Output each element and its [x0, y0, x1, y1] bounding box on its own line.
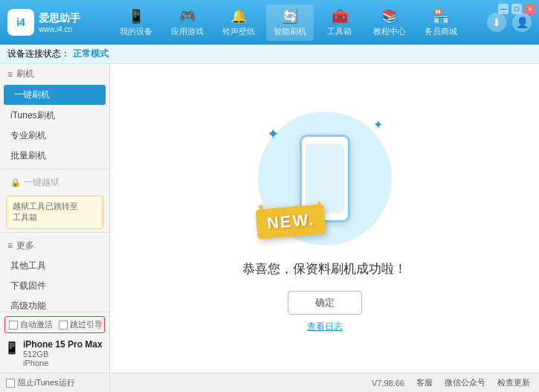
itunes-checkbox[interactable] [6, 379, 15, 388]
minimize-button[interactable]: — [498, 4, 509, 14]
main-area: ≡ 刷机 一键刷机 iTunes刷机 专业刷机 批量刷机 🔒 [0, 64, 539, 373]
sidebar-divider1 [0, 169, 109, 170]
sidebar-item-advanced[interactable]: 高级功能 [0, 296, 109, 312]
device-storage: 512GB [23, 350, 103, 359]
device-text: iPhone 15 Pro Max 512GB iPhone [23, 339, 103, 367]
tab-ringtone[interactable]: 🔔 铃声壁纸 [215, 4, 262, 41]
store-icon: 🏪 [433, 8, 449, 25]
sidebar-notice-text: 越狱工具已跳转至工具箱 [13, 202, 78, 222]
tutorial-icon: 📚 [381, 8, 398, 25]
skip-guide-checkbox[interactable] [59, 321, 68, 330]
header-actions: ⬇ 👤 [487, 13, 532, 32]
itunes-label: 阻止iTunes运行 [18, 377, 75, 388]
device-info-row: 📱 iPhone 15 Pro Max 512GB iPhone [4, 338, 105, 369]
view-log-link[interactable]: 查看日志 [307, 321, 343, 333]
sidebar-bottom: 自动激活 跳过引导 📱 iPhone 15 Pro Max 512GB iPho… [0, 312, 109, 373]
device-type: iPhone [23, 359, 103, 367]
sidebar-notice: 越狱工具已跳转至工具箱 [6, 196, 103, 229]
nav-tabs: 📱 我的设备 🎮 应用游戏 🔔 铃声壁纸 🔄 智能刷机 🧰 工具箱 📚 [97, 4, 480, 41]
sidebar-scroll: ≡ 刷机 一键刷机 iTunes刷机 专业刷机 批量刷机 🔒 [0, 64, 109, 312]
tab-store-label: 务员商城 [425, 26, 457, 37]
flash-section-icon: ≡ [7, 69, 13, 80]
device-name: iPhone 15 Pro Max [23, 339, 103, 350]
new-badge: ★ ★ NEW. [255, 204, 326, 240]
tab-apps-label: 应用游戏 [171, 26, 204, 37]
footer-right: V7.98.66 客服 微信公众号 检查更新 [110, 377, 539, 388]
sidebar-item-batch-flash[interactable]: 批量刷机 [0, 146, 109, 166]
maximize-button[interactable]: □ [511, 4, 522, 14]
sidebar-section1-label: 刷机 [16, 68, 34, 80]
tab-tutorial[interactable]: 📚 教程中心 [366, 4, 413, 41]
toolbox-icon: 🧰 [332, 8, 348, 25]
skip-guide-item[interactable]: 跳过引导 [59, 319, 103, 330]
tab-ringtone-label: 铃声壁纸 [222, 26, 255, 37]
advanced-label: 高级功能 [10, 300, 46, 312]
footer-bar: 阻止iTunes运行 V7.98.66 客服 微信公众号 检查更新 [0, 373, 539, 392]
skip-guide-label: 跳过引导 [70, 319, 103, 330]
tab-toolbox[interactable]: 🧰 工具箱 [317, 4, 362, 41]
footer-customer-service[interactable]: 客服 [416, 377, 433, 388]
download-firmware-label: 下载固件 [10, 280, 46, 292]
logo-char: i4 [16, 16, 25, 28]
tab-smart-flash[interactable]: 🔄 智能刷机 [266, 4, 314, 41]
ringtone-icon: 🔔 [230, 8, 247, 25]
jailbreak-label: 一键越狱 [24, 176, 59, 189]
more-section-icon: ≡ [7, 240, 13, 251]
sidebar-item-download-firmware[interactable]: 下载固件 [0, 276, 109, 296]
sidebar-section2-header: ≡ 更多 [0, 236, 109, 256]
checkbox-outlined-area: 自动激活 跳过引导 [4, 316, 105, 333]
close-button[interactable]: ✕ [525, 4, 535, 14]
auto-activate-label: 自动激活 [20, 319, 53, 330]
sidebar-divider2 [0, 232, 109, 233]
my-device-icon: 📱 [128, 8, 144, 25]
star-right: ★ [314, 199, 322, 208]
sidebar-section2-label: 更多 [16, 240, 34, 252]
footer-check-update[interactable]: 检查更新 [497, 377, 530, 388]
sidebar-item-pro-flash[interactable]: 专业刷机 [0, 126, 109, 146]
window-controls: — □ ✕ [498, 4, 535, 14]
tab-toolbox-label: 工具箱 [327, 26, 352, 37]
tab-my-device-label: 我的设备 [120, 26, 152, 37]
auto-activate-checkbox[interactable] [9, 321, 18, 330]
logo-main: 爱思助手 [39, 12, 80, 25]
star-left: ★ [256, 202, 265, 213]
sidebar-item-jailbreak: 🔒 一键越狱 [0, 173, 109, 193]
logo-text: 爱思助手 www.i4.cn [39, 12, 80, 33]
apps-icon: 🎮 [179, 8, 196, 25]
logo-sub: www.i4.cn [39, 25, 80, 33]
pro-flash-label: 专业刷机 [10, 129, 46, 142]
confirm-button[interactable]: 确定 [288, 291, 362, 315]
footer-wechat[interactable]: 微信公众号 [445, 377, 485, 388]
sparkle-left: ✦ [267, 125, 280, 143]
sidebar-item-one-click-flash[interactable]: 一键刷机 [4, 85, 106, 105]
success-message: 恭喜您，保资料刷机成功啦！ [242, 260, 407, 277]
new-badge-text: NEW. [265, 210, 314, 233]
device-phone-icon: 📱 [4, 341, 19, 355]
success-illustration: ✦ ✦ ★ ★ NEW. 恭喜您，保资料刷机成功啦！ 确定 查看日志 [242, 104, 407, 333]
batch-flash-label: 批量刷机 [10, 150, 46, 162]
lock-icon: 🔒 [10, 178, 21, 187]
phone-illustration: ✦ ✦ ★ ★ NEW. [251, 104, 399, 253]
user-button[interactable]: 👤 [512, 13, 532, 32]
sidebar-section1-header: ≡ 刷机 [0, 64, 109, 84]
phone-screen [306, 144, 344, 213]
sidebar-item-other-tools[interactable]: 其他工具 [0, 256, 109, 276]
tab-apps[interactable]: 🎮 应用游戏 [164, 4, 211, 41]
header: i4 爱思助手 www.i4.cn 📱 我的设备 🎮 应用游戏 🔔 铃声壁纸 🔄 [0, 0, 539, 45]
status-value: 正常模式 [73, 48, 109, 60]
sidebar-item-itunes-flash[interactable]: iTunes刷机 [0, 106, 109, 126]
tab-store[interactable]: 🏪 务员商城 [417, 4, 465, 41]
tab-tutorial-label: 教程中心 [373, 26, 406, 37]
status-bar: 设备连接状态： 正常模式 [0, 45, 539, 64]
one-click-flash-label: 一键刷机 [14, 89, 50, 101]
logo: i4 爱思助手 www.i4.cn [7, 9, 82, 36]
other-tools-label: 其他工具 [10, 260, 46, 272]
logo-icon: i4 [7, 9, 34, 36]
download-button[interactable]: ⬇ [487, 13, 506, 32]
tab-smart-flash-label: 智能刷机 [274, 26, 306, 37]
status-prefix: 设备连接状态： [7, 48, 70, 60]
smart-flash-icon: 🔄 [282, 8, 298, 25]
tab-my-device[interactable]: 📱 我的设备 [112, 4, 160, 41]
auto-activate-item[interactable]: 自动激活 [9, 319, 53, 330]
sidebar: ≡ 刷机 一键刷机 iTunes刷机 专业刷机 批量刷机 🔒 [0, 64, 110, 373]
